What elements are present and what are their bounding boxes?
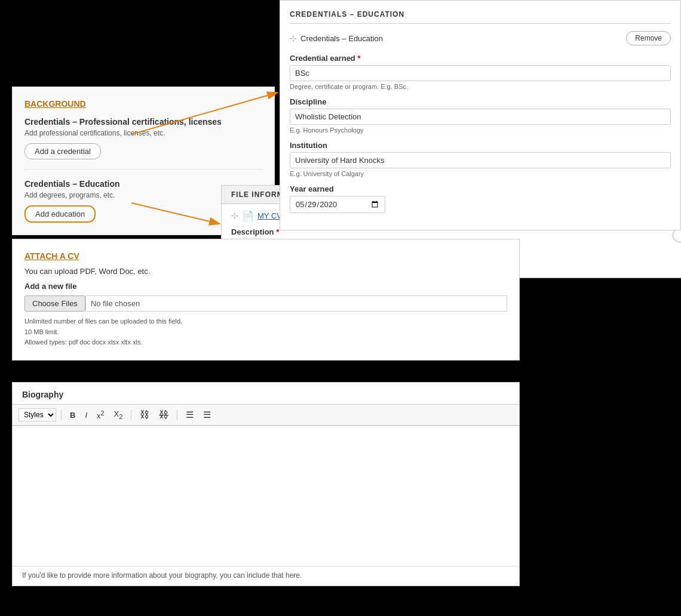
remove-credential-button[interactable]: Remove bbox=[626, 31, 671, 45]
credential-earned-hint: Degree, certificate or program. E.g. BSc… bbox=[290, 83, 671, 90]
styles-select[interactable]: Styles bbox=[19, 408, 56, 421]
choose-files-button[interactable]: Choose Files bbox=[24, 295, 85, 312]
file-upload-hints: Unlimited number of files can be uploade… bbox=[24, 316, 507, 348]
credentials-pro-section: Credentials – Professional certification… bbox=[24, 117, 262, 159]
year-earned-label: Year earned bbox=[290, 184, 671, 193]
year-earned-group: Year earned bbox=[290, 184, 671, 213]
file-input-row: Choose Files No file chosen bbox=[24, 295, 507, 312]
attach-cv-panel: ATTACH A CV You can upload PDF, Word Doc… bbox=[12, 239, 520, 361]
credential-earned-input[interactable] bbox=[290, 65, 671, 81]
upload-hint-1: Unlimited number of files can be uploade… bbox=[24, 316, 507, 327]
add-credential-button[interactable]: Add a credential bbox=[24, 143, 101, 159]
file-name-display: No file chosen bbox=[85, 295, 507, 312]
bullet-list-button[interactable]: ☰ bbox=[182, 408, 197, 421]
year-earned-input[interactable] bbox=[290, 196, 385, 213]
file-drag-handle[interactable]: ⊹ bbox=[231, 211, 238, 221]
numbered-list-button[interactable]: ☰ bbox=[200, 408, 214, 421]
upload-hint-2: 10 MB limit. bbox=[24, 327, 507, 338]
institution-group: Institution E.g. University of Calgary bbox=[290, 141, 671, 177]
toolbar-divider-3 bbox=[177, 409, 177, 420]
discipline-group: Discipline E.g. Honours Psychology bbox=[290, 97, 671, 134]
biography-panel: Biography Styles B I x2 X2 ⛓ ⛓ ☰ ☰ If yo… bbox=[12, 382, 520, 586]
upload-hint-3: Allowed types: pdf doc docx xlsx xltx xl… bbox=[24, 337, 507, 348]
discipline-input[interactable] bbox=[290, 109, 671, 125]
credentials-education-panel: CREDENTIALS – EDUCATION ⊹ Credentials – … bbox=[280, 0, 681, 230]
discipline-label: Discipline bbox=[290, 97, 671, 106]
institution-input[interactable] bbox=[290, 152, 671, 168]
add-education-button[interactable]: Add education bbox=[24, 205, 96, 223]
drag-handle-icon[interactable]: ⊹ bbox=[290, 33, 297, 44]
link-button[interactable]: ⛓ bbox=[136, 408, 153, 421]
credentials-panel-title: CREDENTIALS – EDUCATION bbox=[290, 10, 671, 24]
biography-editor[interactable] bbox=[13, 426, 519, 563]
unlink-button[interactable]: ⛓ bbox=[155, 408, 172, 421]
credentials-pro-desc: Add professional certifications, license… bbox=[24, 129, 262, 137]
italic-button[interactable]: I bbox=[81, 409, 91, 421]
file-doc-icon: 📄 bbox=[242, 210, 254, 221]
biography-title: Biography bbox=[13, 383, 519, 404]
credentials-sub-label: Credentials – Education bbox=[300, 34, 383, 43]
background-title[interactable]: BACKGROUND bbox=[24, 99, 262, 109]
biography-hint: If you'd like to provide more informatio… bbox=[13, 566, 519, 586]
institution-hint: E.g. University of Calgary bbox=[290, 170, 671, 177]
attach-cv-title: ATTACH A CV bbox=[24, 251, 507, 261]
toolbar-divider-1 bbox=[61, 409, 62, 420]
discipline-hint: E.g. Honours Psychology bbox=[290, 127, 671, 134]
credentials-pro-heading: Credentials – Professional certification… bbox=[24, 117, 262, 127]
institution-label: Institution bbox=[290, 141, 671, 150]
biography-toolbar: Styles B I x2 X2 ⛓ ⛓ ☰ ☰ bbox=[13, 404, 519, 426]
credential-earned-group: Credential earned * Degree, certificate … bbox=[290, 54, 671, 90]
subscript-button[interactable]: X2 bbox=[111, 408, 127, 421]
toolbar-divider-2 bbox=[131, 409, 131, 420]
superscript-button[interactable]: x2 bbox=[93, 408, 108, 421]
bold-button[interactable]: B bbox=[66, 409, 79, 421]
section-divider bbox=[24, 169, 262, 170]
add-file-label: Add a new file bbox=[24, 282, 507, 291]
attach-cv-desc: You can upload PDF, Word Doc, etc. bbox=[24, 267, 507, 276]
credential-earned-label: Credential earned * bbox=[290, 54, 671, 63]
